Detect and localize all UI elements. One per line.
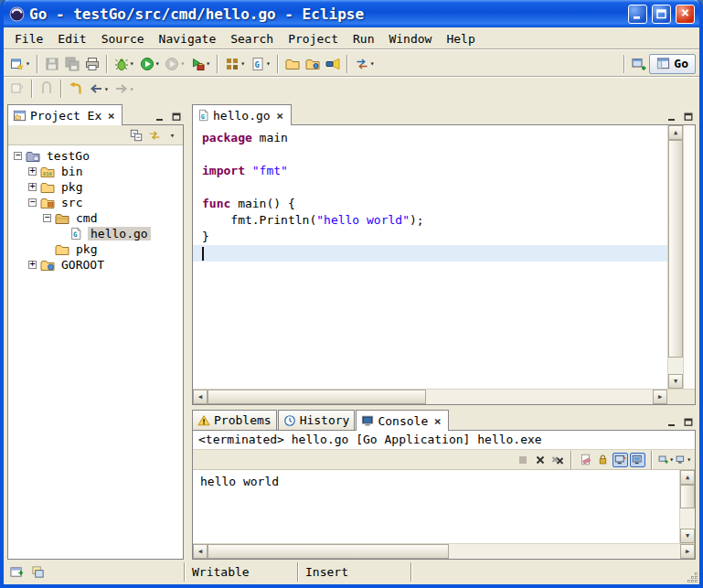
close-button[interactable] [676,5,695,24]
editor-hscrollbar[interactable] [193,389,667,404]
collapse-icon[interactable] [28,198,37,207]
fast-view-icon[interactable] [9,565,25,580]
scrollbar-track[interactable] [668,358,683,374]
tree-item-bin[interactable]: 010 bin [8,164,183,179]
last-edit-location-button[interactable] [66,78,86,100]
project-explorer-tab[interactable]: Project Ex [7,104,122,125]
code-line[interactable] [193,179,667,196]
profile-button[interactable] [162,53,187,75]
code-line[interactable] [193,146,667,163]
forward-button[interactable] [112,78,137,100]
save-all-button[interactable] [62,53,82,75]
scroll-up-icon[interactable] [668,125,683,140]
menu-edit[interactable]: Edit [50,30,93,48]
scroll-lock-icon[interactable] [595,453,611,467]
close-view-icon[interactable] [105,110,117,122]
scrollbar-track[interactable] [449,544,680,559]
code-editor[interactable]: package main import "fmt" func main() { … [193,125,667,389]
resize-grip[interactable] [686,571,698,583]
link-with-editor-icon[interactable] [146,128,162,143]
clear-console-icon[interactable] [578,453,593,467]
expand-icon[interactable] [28,183,37,191]
menu-project[interactable]: Project [281,30,346,48]
code-line[interactable]: package main [193,130,667,146]
code-line[interactable]: func main() { [193,196,667,212]
menu-navigate[interactable]: Navigate [152,30,224,48]
open-file-button[interactable] [303,53,323,75]
menu-run[interactable]: Run [346,30,381,48]
tree-item-testgo[interactable]: testGo [8,148,183,164]
code-line[interactable]: import "fmt" [193,163,667,179]
maximize-editor-button[interactable] [680,110,696,124]
tree-item-hello-go[interactable]: G hello.go [8,226,183,241]
menu-search[interactable]: Search [223,30,281,48]
editor-tab-hello-go[interactable]: G hello.go [192,104,292,125]
maximize-view-button[interactable] [680,415,696,430]
scrollbar-track[interactable] [426,390,653,404]
run-button[interactable] [137,53,163,75]
show-console-on-output-icon[interactable] [630,453,645,467]
menu-file[interactable]: File [7,30,50,48]
pin-console-icon[interactable] [612,453,628,467]
expand-icon[interactable] [28,261,37,269]
scroll-down-icon[interactable] [668,374,683,389]
console-vscrollbar[interactable] [679,470,695,543]
scrollbar-thumb[interactable] [208,390,426,404]
minimize-button[interactable] [628,5,647,24]
open-console-icon[interactable] [658,453,674,467]
next-annotation-button[interactable] [37,78,57,100]
maximize-button[interactable] [652,5,671,24]
back-button[interactable] [86,78,112,100]
tab-console[interactable]: Console [356,410,449,431]
tree-item-cmd[interactable]: cmd [8,210,183,226]
open-perspective-button[interactable] [629,53,649,75]
console-output[interactable]: hello world [193,470,679,543]
terminate-icon[interactable] [515,453,530,467]
collapse-icon[interactable] [43,214,51,222]
scroll-left-icon[interactable] [193,544,208,559]
view-menu-icon[interactable] [165,128,180,143]
new-go-file-button[interactable]: G [248,53,273,75]
menu-help[interactable]: Help [439,30,482,48]
tree-item-src-pkg[interactable]: pkg [8,241,183,257]
code-line[interactable]: fmt.Println("hello world"); [193,212,667,229]
new-wizard-button[interactable] [7,53,33,75]
scrollbar-thumb[interactable] [680,485,695,508]
scroll-up-icon[interactable] [680,470,695,485]
scrollbar-track[interactable] [680,508,695,529]
tree-item-pkg[interactable]: pkg [8,179,183,195]
go-perspective-button[interactable]: Go [649,54,696,74]
tree-item-src[interactable]: src [8,195,183,210]
print-button[interactable] [82,53,102,75]
collapse-all-icon[interactable] [128,128,144,143]
open-resource-button[interactable] [282,53,303,75]
title-bar[interactable]: Go - testGo/src/cmd/hello.go - Eclipse [4,0,699,27]
minimize-editor-button[interactable] [664,110,679,124]
collapse-icon[interactable] [14,152,22,160]
scroll-right-icon[interactable] [653,390,667,404]
remove-all-launches-icon[interactable] [549,453,565,467]
tree-item-goroot[interactable]: GOROOT [8,257,183,273]
scroll-right-icon[interactable] [680,544,695,559]
tab-problems[interactable]: Problems [192,410,277,430]
expand-icon[interactable] [28,167,37,176]
debug-button[interactable] [112,53,137,75]
maximize-view-button[interactable] [168,110,184,124]
save-button[interactable] [42,53,62,75]
scroll-down-icon[interactable] [680,529,695,543]
vertical-sash[interactable] [186,103,189,560]
editor-vscrollbar[interactable] [667,125,683,389]
menu-source[interactable]: Source [94,30,152,48]
code-line-current[interactable] [193,245,667,262]
close-view-icon[interactable] [431,415,443,427]
scrollbar-thumb[interactable] [668,140,683,358]
scrollbar-thumb[interactable] [208,544,449,559]
scroll-left-icon[interactable] [193,390,208,404]
menu-window[interactable]: Window [381,30,439,48]
synchronize-button[interactable] [352,53,378,75]
remove-launch-icon[interactable] [532,453,548,467]
code-line[interactable]: } [193,229,667,245]
view-shortcut-icon[interactable] [30,565,46,580]
pin-editor-button[interactable] [7,78,27,100]
display-selected-console-icon[interactable] [676,453,691,467]
